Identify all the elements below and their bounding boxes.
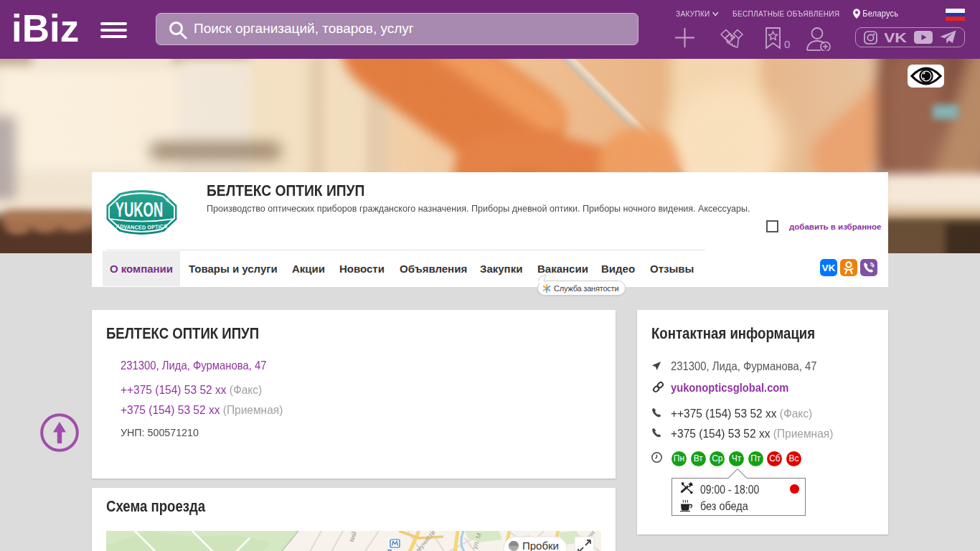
svg-text:®: ® bbox=[166, 198, 169, 203]
svg-text:VK: VK bbox=[822, 263, 836, 273]
svg-text:VK: VK bbox=[885, 31, 907, 44]
svg-text:Пробки: Пробки bbox=[522, 540, 559, 551]
svg-text:Лида: Лида bbox=[386, 547, 408, 551]
svg-text:YUKON: YUKON bbox=[116, 198, 163, 221]
